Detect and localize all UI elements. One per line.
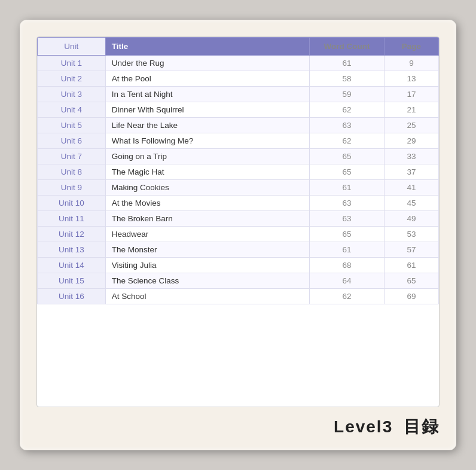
table-row: Unit 3In a Tent at Night5917 bbox=[38, 87, 439, 102]
contents-table: Unit Title Word Count Page Unit 1Under t… bbox=[37, 37, 439, 304]
cell-wordcount: 61 bbox=[309, 242, 384, 258]
cell-unit: Unit 6 bbox=[38, 133, 106, 149]
cell-wordcount: 59 bbox=[309, 87, 384, 102]
header-unit: Unit bbox=[38, 38, 106, 56]
cell-page: 37 bbox=[384, 164, 438, 180]
cell-page: 49 bbox=[384, 211, 438, 227]
cell-unit: Unit 9 bbox=[38, 180, 106, 196]
cell-wordcount: 65 bbox=[309, 227, 384, 242]
cell-wordcount: 65 bbox=[309, 164, 384, 180]
cell-page: 29 bbox=[384, 133, 438, 149]
header-page: Page bbox=[384, 38, 438, 56]
cell-unit: Unit 8 bbox=[38, 164, 106, 180]
table-row: Unit 4Dinner With Squirrel6221 bbox=[38, 102, 439, 118]
cell-title: In a Tent at Night bbox=[105, 87, 309, 102]
cell-wordcount: 58 bbox=[309, 71, 384, 87]
table-wrapper: Unit Title Word Count Page Unit 1Under t… bbox=[36, 36, 440, 407]
cell-unit: Unit 15 bbox=[38, 273, 106, 289]
cell-unit: Unit 14 bbox=[38, 258, 106, 273]
cell-wordcount: 63 bbox=[309, 196, 384, 211]
cell-wordcount: 62 bbox=[309, 289, 384, 304]
cell-page: 25 bbox=[384, 118, 438, 133]
cell-unit: Unit 2 bbox=[38, 71, 106, 87]
table-row: Unit 1Under the Rug619 bbox=[38, 56, 439, 71]
cell-page: 61 bbox=[384, 258, 438, 273]
cell-title: Life Near the Lake bbox=[105, 118, 309, 133]
table-row: Unit 6What Is Following Me?6229 bbox=[38, 133, 439, 149]
cell-wordcount: 62 bbox=[309, 133, 384, 149]
footer-label: Level3 目録 bbox=[36, 416, 440, 438]
cell-wordcount: 63 bbox=[309, 118, 384, 133]
cell-page: 57 bbox=[384, 242, 438, 258]
cell-page: 53 bbox=[384, 227, 438, 242]
cell-unit: Unit 7 bbox=[38, 149, 106, 164]
cell-title: The Magic Hat bbox=[105, 164, 309, 180]
cell-title: At the Movies bbox=[105, 196, 309, 211]
cell-page: 41 bbox=[384, 180, 438, 196]
cell-page: 21 bbox=[384, 102, 438, 118]
cell-wordcount: 65 bbox=[309, 149, 384, 164]
cell-title: What Is Following Me? bbox=[105, 133, 309, 149]
cell-unit: Unit 11 bbox=[38, 211, 106, 227]
level-label: Level3 bbox=[334, 417, 393, 436]
cell-title: At School bbox=[105, 289, 309, 304]
cell-unit: Unit 4 bbox=[38, 102, 106, 118]
cell-unit: Unit 12 bbox=[38, 227, 106, 242]
cell-wordcount: 62 bbox=[309, 102, 384, 118]
cell-page: 65 bbox=[384, 273, 438, 289]
table-row: Unit 7Going on a Trip6533 bbox=[38, 149, 439, 164]
table-row: Unit 11The Broken Barn6349 bbox=[38, 211, 439, 227]
cell-unit: Unit 5 bbox=[38, 118, 106, 133]
table-row: Unit 8The Magic Hat6537 bbox=[38, 164, 439, 180]
cell-page: 45 bbox=[384, 196, 438, 211]
table-row: Unit 15The Science Class6465 bbox=[38, 273, 439, 289]
cell-unit: Unit 3 bbox=[38, 87, 106, 102]
cell-title: Going on a Trip bbox=[105, 149, 309, 164]
cell-unit: Unit 13 bbox=[38, 242, 106, 258]
table-row: Unit 13The Monster6157 bbox=[38, 242, 439, 258]
cell-unit: Unit 1 bbox=[38, 56, 106, 71]
cell-title: Making Cookies bbox=[105, 180, 309, 196]
cell-title: Dinner With Squirrel bbox=[105, 102, 309, 118]
cell-page: 69 bbox=[384, 289, 438, 304]
cell-wordcount: 68 bbox=[309, 258, 384, 273]
cell-wordcount: 63 bbox=[309, 211, 384, 227]
table-row: Unit 16At School6269 bbox=[38, 289, 439, 304]
cell-page: 9 bbox=[384, 56, 438, 71]
photo-frame: Unit Title Word Count Page Unit 1Under t… bbox=[20, 20, 456, 450]
table-row: Unit 5Life Near the Lake6325 bbox=[38, 118, 439, 133]
cell-wordcount: 61 bbox=[309, 56, 384, 71]
header-wordcount: Word Count bbox=[309, 38, 384, 56]
cell-page: 17 bbox=[384, 87, 438, 102]
table-row: Unit 10At the Movies6345 bbox=[38, 196, 439, 211]
table-row: Unit 14Visiting Julia6861 bbox=[38, 258, 439, 273]
table-row: Unit 12Headwear6553 bbox=[38, 227, 439, 242]
cell-title: The Monster bbox=[105, 242, 309, 258]
cell-title: Under the Rug bbox=[105, 56, 309, 71]
cell-page: 13 bbox=[384, 71, 438, 87]
cell-title: The Science Class bbox=[105, 273, 309, 289]
cell-page: 33 bbox=[384, 149, 438, 164]
table-row: Unit 2At the Pool5813 bbox=[38, 71, 439, 87]
cell-wordcount: 61 bbox=[309, 180, 384, 196]
cell-unit: Unit 16 bbox=[38, 289, 106, 304]
table-row: Unit 9Making Cookies6141 bbox=[38, 180, 439, 196]
cell-wordcount: 64 bbox=[309, 273, 384, 289]
jp-label: 目録 bbox=[404, 417, 440, 436]
cell-unit: Unit 10 bbox=[38, 196, 106, 211]
header-title: Title bbox=[105, 38, 309, 56]
cell-title: The Broken Barn bbox=[105, 211, 309, 227]
cell-title: Visiting Julia bbox=[105, 258, 309, 273]
cell-title: Headwear bbox=[105, 227, 309, 242]
cell-title: At the Pool bbox=[105, 71, 309, 87]
